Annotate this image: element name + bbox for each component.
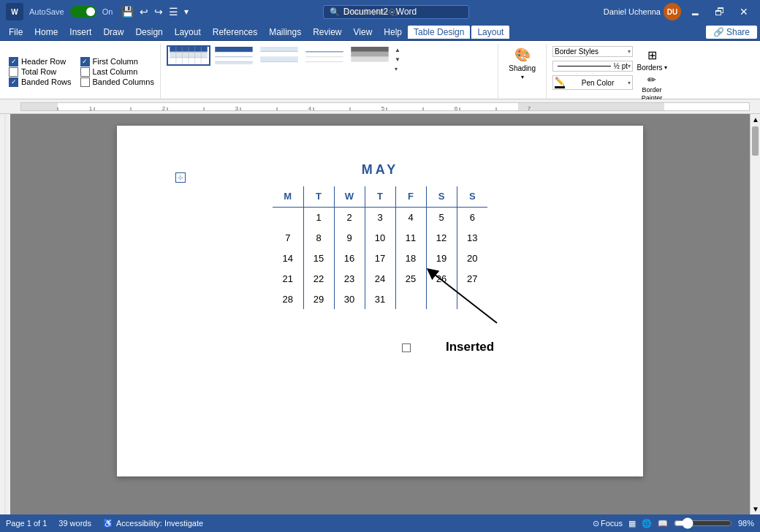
total-row-checkbox[interactable]: Total Row [9, 67, 72, 77]
calendar-cell-0-2[interactable]: 2 [334, 207, 365, 227]
svg-text:5: 5 [381, 105, 385, 111]
calendar-cell-1-0[interactable]: 7 [273, 227, 303, 248]
svg-rect-16 [215, 62, 252, 64]
border-painter-label: Border [642, 86, 661, 94]
banded-columns-checkbox[interactable]: Banded Columns [80, 77, 154, 87]
calendar-cell-3-0[interactable]: 21 [273, 268, 303, 289]
menu-file[interactable]: File [3, 26, 28, 39]
menu-references[interactable]: References [207, 26, 263, 39]
web-layout-button[interactable]: 🌐 [642, 519, 652, 528]
more-tools-icon[interactable]: ☰ [169, 6, 178, 18]
svg-text:1: 1 [89, 105, 93, 111]
menu-layout[interactable]: Layout [169, 26, 207, 39]
focus-button[interactable]: ⊙ Focus [593, 519, 623, 528]
zoom-slider[interactable] [674, 517, 732, 529]
accessibility-status[interactable]: ♿ Accessibility: Investigate [103, 519, 203, 528]
document-area[interactable]: ⊹ MAY M T W T F S S 123456 [10, 114, 750, 514]
calendar-cell-4-1[interactable]: 29 [303, 289, 334, 309]
annotation-text: Inserted [446, 340, 494, 354]
calendar-cell-4-3[interactable]: 31 [365, 289, 395, 309]
share-button[interactable]: 🔗 Share [706, 26, 757, 39]
calendar-cell-3-3[interactable]: 24 [365, 268, 395, 289]
border-styles-label: Border Styles [555, 48, 598, 56]
calendar-cell-4-0[interactable]: 28 [273, 289, 303, 309]
pen-color-dropdown[interactable]: ✏️ Pen Color ▾ [552, 75, 633, 90]
restore-button[interactable]: 🗗 [709, 4, 731, 19]
read-mode-button[interactable]: 📖 [658, 519, 668, 528]
banded-rows-checkbox[interactable]: ✓ Banded Rows [9, 77, 72, 87]
table-style-2[interactable] [212, 45, 256, 66]
calendar-cell-2-3[interactable]: 17 [365, 248, 395, 268]
tab-layout[interactable]: Layout [471, 26, 509, 39]
calendar-cell-0-3[interactable]: 3 [365, 207, 395, 227]
banded-rows-label: Banded Rows [21, 77, 72, 86]
calendar-cell-0-5[interactable]: 5 [426, 207, 457, 227]
autosave-toggle[interactable] [70, 6, 96, 18]
save-icon[interactable]: 💾 [121, 6, 134, 18]
calendar-header-row: M T W T F S S [273, 186, 487, 207]
menu-help[interactable]: Help [378, 26, 408, 39]
autosave-knob [86, 7, 95, 16]
styles-more[interactable]: ▾ [395, 66, 400, 72]
focus-icon: ⊙ [593, 519, 599, 528]
scroll-up-btn[interactable]: ▲ [750, 114, 760, 125]
table-style-1[interactable] [167, 45, 210, 66]
undo-icon[interactable]: ↩ [140, 6, 148, 18]
minimize-button[interactable]: 🗕 [684, 4, 706, 19]
menu-draw[interactable]: Draw [97, 26, 129, 39]
calendar-cell-0-0[interactable] [273, 207, 303, 227]
styles-down[interactable]: ▼ [395, 57, 400, 63]
table-style-3[interactable] [257, 45, 301, 66]
zoom-level: 98% [738, 519, 754, 528]
vertical-scrollbar[interactable]: ▲ ▼ [750, 114, 760, 514]
calendar-cell-1-2[interactable]: 9 [334, 227, 365, 248]
menu-review[interactable]: Review [307, 26, 347, 39]
svg-rect-12 [215, 47, 252, 52]
menu-home[interactable]: Home [28, 26, 64, 39]
menu-insert[interactable]: Insert [64, 26, 97, 39]
table-move-handle[interactable]: ⊹ [175, 172, 186, 183]
redo-icon[interactable]: ↪ [154, 6, 163, 18]
borders-label: Borders [637, 64, 663, 72]
shading-button[interactable]: 🎨 Shading ▾ [504, 45, 540, 82]
total-row-label: Total Row [21, 67, 56, 76]
border-styles-dropdown[interactable]: Border Styles ▾ [552, 46, 633, 57]
calendar-cell-0-1[interactable]: 1 [303, 207, 334, 227]
scroll-thumb[interactable] [752, 126, 759, 156]
calendar-cell-0-4[interactable]: 4 [395, 207, 426, 227]
scroll-down-btn[interactable]: ▼ [750, 503, 760, 514]
svg-text:7: 7 [528, 105, 531, 111]
user-avatar[interactable]: DU [664, 3, 681, 20]
table-style-5[interactable] [348, 45, 392, 66]
banded-columns-label: Banded Columns [93, 77, 154, 86]
menu-view[interactable]: View [348, 26, 379, 39]
menu-mailings[interactable]: Mailings [263, 26, 307, 39]
calendar-cell-1-1[interactable]: 8 [303, 227, 334, 248]
calendar-cell-2-2[interactable]: 16 [334, 248, 365, 268]
calendar-cell-4-2[interactable]: 30 [334, 289, 365, 309]
last-column-checkbox[interactable]: Last Column [80, 67, 154, 77]
calendar-cell-1-4[interactable]: 11 [395, 227, 426, 248]
calendar-cell-3-2[interactable]: 23 [334, 268, 365, 289]
shading-icon: 🎨 [514, 47, 531, 63]
menu-design[interactable]: Design [129, 26, 168, 39]
border-painter-button[interactable]: ✏ Border Painter [637, 77, 666, 98]
calendar-cell-1-5[interactable]: 12 [426, 227, 457, 248]
calendar-cell-2-0[interactable]: 14 [273, 248, 303, 268]
table-style-4[interactable] [303, 45, 346, 66]
print-layout-button[interactable]: ▦ [628, 519, 636, 528]
close-button[interactable]: ✕ [734, 4, 754, 19]
left-checkboxes: ✓ Header Row Total Row ✓ Banded Rows [9, 57, 72, 87]
calendar-cell-3-1[interactable]: 22 [303, 268, 334, 289]
calendar-cell-2-1[interactable]: 15 [303, 248, 334, 268]
calendar-cell-0-6[interactable]: 6 [457, 207, 487, 227]
styles-up[interactable]: ▲ [395, 48, 400, 53]
tab-table-design[interactable]: Table Design [408, 26, 470, 39]
calendar-cell-1-6[interactable]: 13 [457, 227, 487, 248]
header-row-checkbox[interactable]: ✓ Header Row [9, 57, 72, 66]
pen-size-dropdown[interactable]: ½ pt ▾ [552, 61, 633, 72]
calendar-cell-1-3[interactable]: 10 [365, 227, 395, 248]
pen-size-arrow: ▾ [628, 63, 631, 69]
borders-button[interactable]: ⊞ Borders ▾ [637, 45, 666, 75]
first-column-checkbox[interactable]: ✓ First Column [80, 57, 154, 66]
